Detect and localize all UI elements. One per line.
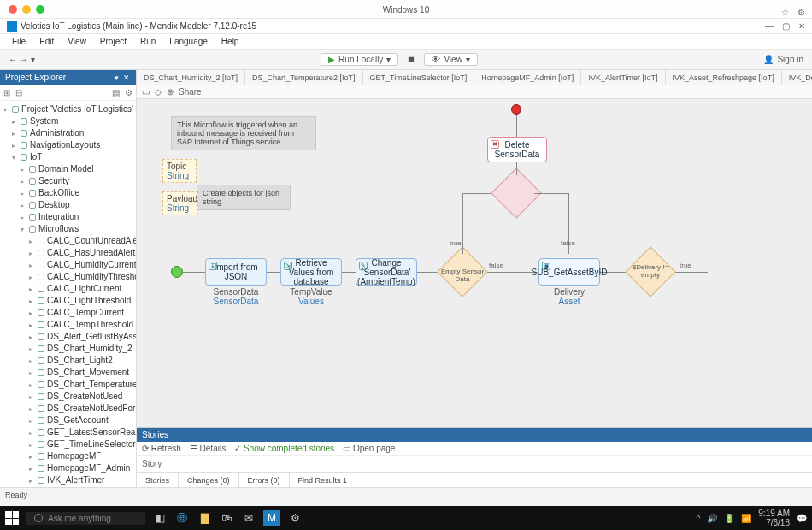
toolbar-nav[interactable]: ← → ▾ — [9, 55, 35, 64]
param-payload[interactable]: PayloadString — [162, 191, 198, 215]
toolbar-btn[interactable]: ◇ — [155, 87, 162, 97]
editor-tab[interactable]: GET_TimeLineSelector [IoT] — [363, 70, 475, 85]
open-page-button[interactable]: ▭ Open page — [343, 444, 395, 453]
tree-node[interactable]: DS_Chart_Movement — [0, 367, 136, 379]
settings-icon[interactable]: ⚙ — [287, 510, 303, 526]
sign-in-link[interactable]: 👤Sign in — [763, 55, 803, 64]
menu-run[interactable]: Run — [133, 34, 162, 49]
microflow-canvas[interactable]: This Microflow is triggered when an inbo… — [137, 99, 812, 427]
tree-node[interactable]: Project 'Velotics IoT Logistics' — [0, 103, 136, 115]
menu-help[interactable]: Help — [215, 34, 246, 49]
tree-node[interactable]: CALC_LightThreshold — [0, 295, 136, 307]
tree-node[interactable]: GET_LatestSensorReading — [0, 427, 136, 439]
mac-traffic-lights[interactable] — [9, 5, 44, 14]
activity-delete[interactable]: ✖Delete SensorData — [487, 137, 547, 162]
completed-button[interactable]: ✓ Show completed stories — [234, 444, 334, 453]
tree-node[interactable]: CALC_TempThreshold — [0, 319, 136, 331]
explorer-toolbar[interactable]: ⊞⊟▤⚙ — [0, 85, 136, 101]
tree-node[interactable]: Microflows — [0, 223, 136, 235]
tree-node[interactable]: CALC_TempCurrent — [0, 307, 136, 319]
editor-tabs[interactable]: DS_Chart_Humidity_2 [IoT]DS_Chart_Temper… — [137, 70, 812, 85]
system-tray[interactable]: ^🔊🔋📶 9:19 AM 7/6/18 💬 — [697, 509, 807, 527]
center-panel: DS_Chart_Humidity_2 [IoT]DS_Chart_Temper… — [137, 70, 812, 487]
tree-node[interactable]: Security — [0, 175, 136, 187]
tree-node[interactable]: CALC_CountUnreadAlerts — [0, 235, 136, 247]
cortana-icon — [34, 514, 43, 522]
explorer-icon[interactable]: ▇ — [197, 510, 212, 526]
refresh-button[interactable]: ⟳ Refresh — [142, 444, 181, 453]
bottom-tab[interactable]: Find Results 1 — [290, 473, 357, 487]
app-titlebar: Velotics IoT Logistics (Main line) - Men… — [0, 19, 812, 34]
menu-file[interactable]: File — [5, 34, 32, 49]
tree-node[interactable]: DS_CreateNotUsed — [0, 391, 136, 403]
browser-controls[interactable]: ☆⚙ — [781, 3, 805, 22]
activity-sub-getasset[interactable]: ▣SUB_GetAssetByID — [538, 258, 600, 286]
os-titlebar: Windows 10 ☆⚙ — [0, 0, 812, 19]
bottom-tab[interactable]: Changes (0) — [179, 473, 239, 487]
tree-node[interactable]: NavigationLayouts — [0, 139, 136, 151]
toolbar-btn[interactable]: Share — [179, 87, 202, 97]
tree-node[interactable]: IVK_Asset_Refreshpage — [0, 486, 136, 487]
tree-node[interactable]: DS_GetAccount — [0, 415, 136, 427]
run-locally-button[interactable]: ▶ Run Locally▾ — [321, 53, 398, 66]
tree-node[interactable]: DS_Chart_Temperature2 — [0, 379, 136, 391]
activity-retrieve[interactable]: ⇲Retrieve Values from database — [280, 258, 342, 286]
start-event[interactable] — [171, 266, 183, 278]
tree-node[interactable]: IoT — [0, 151, 136, 163]
tree-node[interactable]: BackOffice — [0, 187, 136, 199]
tree-node[interactable]: CALC_HumidityCurrent — [0, 259, 136, 271]
tree-node[interactable]: Domain Model — [0, 163, 136, 175]
cortana-search[interactable]: Ask me anything — [26, 512, 145, 525]
store-icon[interactable]: 🛍 — [219, 510, 234, 526]
tree-node[interactable]: IVK_AlertTimer — [0, 474, 136, 486]
toolbar-btn[interactable]: ⊕ — [167, 87, 174, 97]
activity-import-json[interactable]: ↧Import from JSON — [205, 258, 267, 286]
editor-tab[interactable]: IVK_AlertTimer [IoT] — [581, 70, 665, 85]
menu-project[interactable]: Project — [93, 34, 133, 49]
menu-view[interactable]: View — [61, 34, 93, 49]
toolbar-btn[interactable]: ▭ — [142, 87, 150, 97]
tree-node[interactable]: HomepageMF — [0, 450, 136, 462]
editor-tab[interactable]: DS_Chart_Temperature2 [IoT] — [245, 70, 363, 85]
details-button[interactable]: ☰ Details — [190, 444, 226, 453]
tree-node[interactable]: CALC_HumidityThreshold — [0, 271, 136, 283]
tree-node[interactable]: CALC_LightCurrent — [0, 283, 136, 295]
stories-toolbar[interactable]: ⟳ Refresh ☰ Details ✓ Show completed sto… — [137, 442, 812, 456]
note-create[interactable]: Create objects for json string — [197, 185, 291, 210]
start-button[interactable] — [5, 511, 19, 525]
edge-icon[interactable]: ⓔ — [174, 510, 190, 526]
tree-node[interactable]: Integration — [0, 211, 136, 223]
end-event[interactable] — [511, 104, 521, 115]
view-button[interactable]: 👁View▾ — [424, 53, 478, 66]
tree-node[interactable]: DS_Chart_Light2 — [0, 355, 136, 367]
tree-node[interactable]: GET_TimeLineSelector — [0, 439, 136, 450]
tree-node[interactable]: HomepageMF_Admin — [0, 462, 136, 474]
tree-node[interactable]: DS_CreateNotUsedForNotification — [0, 403, 136, 415]
project-tree[interactable]: Project 'Velotics IoT Logistics'SystemAd… — [0, 101, 136, 487]
editor-tab[interactable]: HomepageMF_Admin [IoT] — [474, 70, 581, 85]
bottom-tab[interactable]: Errors (0) — [239, 473, 290, 487]
mail-icon[interactable]: ✉ — [241, 510, 256, 526]
tree-node[interactable]: CALC_HasUnreadAlerts — [0, 247, 136, 259]
activity-change[interactable]: ✎Change 'SensorData' (AmbientTemp) — [356, 258, 417, 286]
editor-tab[interactable]: IVK_Asset_Refreshpage [IoT] — [666, 70, 782, 85]
tree-node[interactable]: Administration — [0, 127, 136, 139]
task-view-icon[interactable]: ◧ — [152, 510, 168, 526]
param-topic[interactable]: TopicString — [162, 159, 197, 183]
stop-button[interactable]: ⏹ — [407, 55, 415, 64]
editor-tab[interactable]: IVK_Delivery_ApplyAlertSettings [IoT] — [782, 70, 812, 85]
windows-taskbar[interactable]: Ask me anything ◧ ⓔ ▇ 🛍 ✉ M ⚙ ^🔊🔋📶 9:19 … — [0, 506, 812, 530]
menu-language[interactable]: Language — [162, 34, 215, 49]
tree-node[interactable]: DS_Alert_GetListByAsset — [0, 331, 136, 343]
menu-edit[interactable]: Edit — [32, 34, 61, 49]
tree-node[interactable]: System — [0, 115, 136, 127]
editor-tab[interactable]: DS_Chart_Humidity_2 [IoT] — [137, 70, 245, 85]
os-title: Windows 10 — [383, 5, 429, 15]
bottom-tab[interactable]: Stories — [137, 473, 179, 487]
panel-controls[interactable]: ▾ ✕ — [115, 70, 131, 85]
tree-node[interactable]: DS_Chart_Humidity_2 — [0, 343, 136, 355]
app-taskbar-icon[interactable]: M — [263, 510, 280, 526]
note-description[interactable]: This Microflow is triggered when an inbo… — [171, 116, 316, 150]
tree-node[interactable]: Desktop — [0, 199, 136, 211]
bottom-tabs[interactable]: StoriesChanges (0)Errors (0)Find Results… — [137, 472, 812, 487]
